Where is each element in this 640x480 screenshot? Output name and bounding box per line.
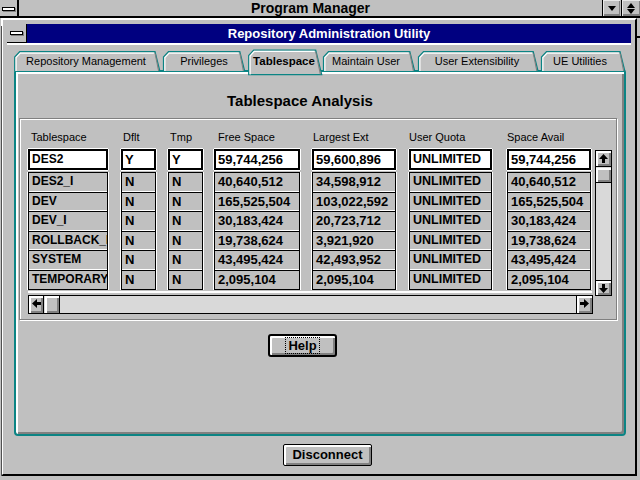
- svg-text:Maintain User: Maintain User: [332, 55, 400, 67]
- svg-text:Privileges: Privileges: [180, 55, 228, 67]
- svg-text:UE Utilities: UE Utilities: [553, 55, 607, 67]
- svg-text:User Extensibility: User Extensibility: [435, 55, 520, 67]
- svg-text:Tablespace: Tablespace: [253, 55, 315, 67]
- svg-text:Repository Management: Repository Management: [26, 55, 146, 67]
